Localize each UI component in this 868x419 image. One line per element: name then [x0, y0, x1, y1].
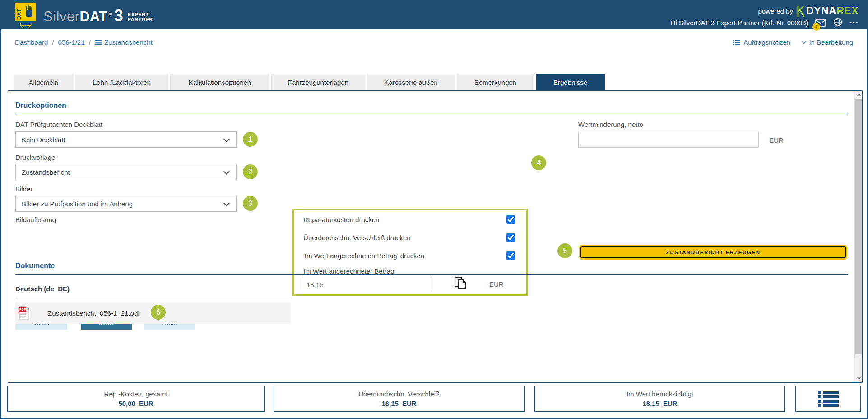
zustandbericht-erzeugen-button[interactable]: ZUSTANDBERICHT ERZEUGEN [580, 246, 846, 258]
dynarex-logo: DYNAREX [796, 5, 859, 17]
druckvorlage-select[interactable]: Zustandsbericht [15, 164, 237, 180]
brand-silver: Silver [43, 9, 80, 25]
list-icon [95, 40, 102, 45]
bilder-label: Bilder [15, 185, 32, 193]
summary-value: 18,15EUR [642, 400, 677, 407]
copy-icon[interactable] [453, 276, 468, 292]
pdf-icon: PDF [19, 306, 30, 320]
tab-allgemein[interactable]: Allgemein [14, 74, 74, 91]
dokumente-heading: Dokumente [15, 262, 848, 275]
wertminderung-label: Wertminderung, netto [578, 121, 643, 128]
svg-text:DAT: DAT [16, 9, 22, 20]
summary-label: Rep.-Kosten, gesamt [104, 390, 168, 398]
brand: DAT SilverDAT®3 EXPERT PARTNER [15, 3, 153, 28]
summary-value: 18,15EUR [381, 400, 416, 407]
check-im-wert-label: 'Im Wert angerechneten Betrag' drucken [303, 252, 424, 260]
brand-version: 3 [114, 6, 123, 25]
bilder-select[interactable]: Bilder zu Prüfposition und im Anhang [15, 196, 237, 212]
summary-verschleiss: Überdurchschn. Verschleiß 18,15EUR [274, 386, 525, 412]
globe-icon[interactable] [833, 18, 842, 28]
order-notes-button[interactable]: Auftragsnotizen [733, 38, 790, 46]
wertminderung-input[interactable] [578, 132, 759, 148]
summary-value: 50,00EUR [118, 400, 153, 407]
top-bar: DAT SilverDAT®3 EXPERT PARTNER powered b… [1, 1, 867, 29]
bildaufloesung-label: Bildauflösung [15, 216, 56, 223]
powered-by: powered by DYNAREX [758, 5, 859, 17]
tab-karosserie-aussen[interactable]: Karosserie außen [367, 74, 455, 91]
deckblatt-select-wrap: Kein Deckblatt [15, 131, 237, 148]
status-dropdown[interactable]: In Bearbeitung [802, 38, 853, 46]
user-greeting: Hi SilverDAT 3 Expert Partner (Kd.-Nr. 0… [671, 19, 808, 27]
app-title: SilverDAT®3 EXPERT PARTNER [43, 6, 153, 25]
druckvorlage-select-wrap: Zustandsbericht [15, 164, 237, 180]
breadcrumb-order[interactable]: 056-1/21 [58, 38, 85, 46]
deckblatt-label: DAT Prüfgutachten Deckblatt [15, 121, 102, 128]
check-verschleiss-label: Überdurchschn. Verschleiß drucken [303, 234, 411, 242]
tab-bar: Allgemein Lohn-/Lackfaktoren Kalkulation… [14, 74, 605, 91]
annotation-badge-1: 1 [243, 132, 258, 147]
tab-bemerkungen[interactable]: Bemerkungen [457, 74, 534, 91]
deckblatt-select[interactable]: Kein Deckblatt [15, 131, 237, 148]
annotation-badge-2: 2 [243, 164, 258, 179]
brand-registered: ® [108, 11, 112, 18]
brand-dat: DAT [80, 9, 107, 25]
status-badge: In Bearbeitung [809, 38, 853, 46]
annotation-badge-5: 5 [557, 243, 572, 258]
mail-icon[interactable]: 1 [815, 19, 826, 27]
brand-expert-partner: EXPERT PARTNER [128, 12, 153, 22]
breadcrumb: Dashboard / 056-1/21 / Zustandsbericht [15, 38, 153, 46]
annotation-badge-6: 6 [151, 305, 166, 320]
chevron-down-icon [802, 39, 807, 44]
silverdat-window: DAT SilverDAT®3 EXPERT PARTNER powered b… [0, 0, 868, 419]
annotation-badge-4: 4 [531, 155, 546, 170]
summary-label: Überdurchschn. Verschleiß [358, 390, 440, 398]
scroll-up-arrow[interactable] [857, 93, 861, 96]
notes-list-icon [733, 40, 740, 45]
wertminderung-currency: EUR [769, 136, 784, 144]
summary-im-wert: Im Wert berücksichtigt 18,15EUR [534, 386, 785, 412]
check-verschleiss[interactable] [506, 233, 515, 242]
language-heading: Deutsch (de_DE) [15, 285, 291, 297]
scrollbar-thumb[interactable] [855, 99, 862, 354]
druckoptionen-heading: Druckoptionen [15, 102, 848, 114]
bilder-select-wrap: Bilder zu Prüfposition und im Anhang [15, 196, 237, 212]
tab-lohn-lackfaktoren[interactable]: Lohn-/Lackfaktoren [75, 74, 168, 91]
breadcrumb-separator: / [89, 38, 91, 46]
scroll-down-arrow[interactable] [857, 377, 861, 380]
druckvorlage-label: Druckvorlage [15, 154, 55, 161]
dat-logo-icon: DAT [15, 3, 36, 28]
summary-rep-kosten: Rep.-Kosten, gesamt 50,00EUR [7, 386, 265, 412]
check-reparaturkosten-label: Reparaturkosten drucken [303, 216, 379, 223]
summary-list-icon [818, 390, 839, 407]
tab-kalkulationsoptionen[interactable]: Kalkulationsoptionen [170, 74, 269, 91]
more-menu-icon[interactable]: ••• [849, 19, 859, 26]
document-name[interactable]: Zustandsbericht_056-1_21.pdf [48, 309, 139, 317]
tab-fahrzeugunterlagen[interactable]: Fahrzeugunterlagen [271, 74, 365, 91]
breadcrumb-separator: / [52, 38, 54, 46]
amount-input[interactable] [301, 277, 432, 292]
vertical-scrollbar[interactable] [854, 91, 862, 382]
annotation-badge-3: 3 [243, 196, 258, 211]
amount-currency: EUR [489, 280, 504, 288]
tab-ergebnisse[interactable]: Ergebnisse [536, 74, 605, 91]
check-reparaturkosten[interactable] [506, 215, 515, 224]
svg-text:PDF: PDF [19, 308, 26, 311]
print-options-highlight-box: Reparaturkosten drucken Überdurchschn. V… [292, 209, 528, 296]
dynarex-mark-icon [796, 5, 805, 17]
breadcrumb-zustandsbericht[interactable]: Zustandsbericht [95, 38, 153, 46]
powered-by-label: powered by [758, 7, 793, 15]
breadcrumb-dashboard[interactable]: Dashboard [15, 38, 48, 46]
summary-label: Im Wert berücksichtigt [627, 390, 693, 398]
check-im-wert[interactable] [506, 251, 515, 260]
ergebnisse-panel: Druckoptionen DAT Prüfgutachten Deckblat… [8, 90, 863, 383]
mail-badge: 1 [812, 23, 820, 31]
summary-list-button[interactable] [795, 386, 861, 412]
